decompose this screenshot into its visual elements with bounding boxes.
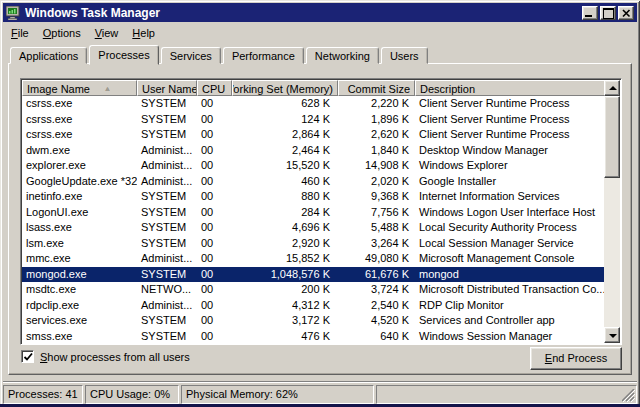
cell-image-name: msdtc.exe bbox=[22, 282, 137, 298]
cell-image-name: lsm.exe bbox=[22, 236, 137, 252]
cell-user-name: SYSTEM bbox=[137, 267, 197, 283]
cell-working-set: 200 K bbox=[232, 282, 338, 298]
table-row[interactable]: msdtc.exeNETWO...00200 K3,724 KMicrosoft… bbox=[22, 282, 606, 298]
table-row[interactable]: mongod.exeSYSTEM001,048,576 K61,676 Kmon… bbox=[22, 267, 606, 283]
table-row[interactable]: lsass.exeSYSTEM004,696 K5,488 KLocal Sec… bbox=[22, 220, 606, 236]
column-header-user-name[interactable]: User Name bbox=[137, 80, 197, 96]
cell-description: Client Server Runtime Process bbox=[415, 96, 606, 112]
maximize-icon[interactable] bbox=[600, 6, 616, 20]
resize-grip-icon[interactable] bbox=[622, 389, 635, 402]
status-bar: Processes: 41 CPU Usage: 0% Physical Mem… bbox=[3, 385, 637, 404]
table-row[interactable]: inetinfo.exeSYSTEM00880 K9,368 KInternet… bbox=[22, 189, 606, 205]
cell-commit-size: 5,488 K bbox=[338, 220, 415, 236]
cell-commit-size: 14,908 K bbox=[338, 158, 415, 174]
scroll-up-icon[interactable] bbox=[604, 80, 620, 96]
menu-file-accel: F bbox=[11, 27, 18, 39]
table-row[interactable]: explorer.exeAdminist...0015,520 K14,908 … bbox=[22, 158, 606, 174]
cell-image-name: csrss.exe bbox=[22, 112, 137, 128]
minimize-icon[interactable] bbox=[582, 6, 598, 20]
cell-cpu: 00 bbox=[197, 236, 232, 252]
cell-image-name: GoogleUpdate.exe *32 bbox=[22, 174, 137, 190]
menu-view[interactable]: View bbox=[88, 25, 126, 41]
show-all-users-label[interactable]: Show processes from all users bbox=[40, 351, 190, 363]
cell-description: Desktop Window Manager bbox=[415, 143, 606, 159]
table-row[interactable]: smss.exeSYSTEM00476 K640 KWindows Sessio… bbox=[22, 329, 606, 345]
cell-cpu: 00 bbox=[197, 220, 232, 236]
table-row[interactable]: services.exeSYSTEM003,172 K4,520 KServic… bbox=[22, 313, 606, 329]
column-header-label: CPU bbox=[202, 83, 225, 95]
table-row[interactable]: GoogleUpdate.exe *32Administ...00460 K2,… bbox=[22, 174, 606, 190]
cell-commit-size: 2,620 K bbox=[338, 127, 415, 143]
tab-applications[interactable]: Applications bbox=[10, 47, 87, 64]
end-process-button[interactable]: End Process bbox=[530, 347, 622, 370]
cell-working-set: 2,464 K bbox=[232, 143, 338, 159]
column-header-cpu[interactable]: CPU bbox=[197, 80, 232, 96]
scroll-down-icon[interactable] bbox=[604, 327, 620, 343]
cell-commit-size: 61,676 K bbox=[338, 267, 415, 283]
cell-image-name: LogonUI.exe bbox=[22, 205, 137, 221]
cell-image-name: explorer.exe bbox=[22, 158, 137, 174]
cell-cpu: 00 bbox=[197, 267, 232, 283]
cell-user-name: Administ... bbox=[137, 251, 197, 267]
cell-cpu: 00 bbox=[197, 282, 232, 298]
column-header-label: Description bbox=[420, 83, 475, 95]
cell-user-name: SYSTEM bbox=[137, 313, 197, 329]
tab-processes[interactable]: Processes bbox=[89, 45, 158, 65]
table-row[interactable]: LogonUI.exeSYSTEM00284 K7,756 KWindows L… bbox=[22, 205, 606, 221]
cell-working-set: 628 K bbox=[232, 96, 338, 112]
menu-options[interactable]: Options bbox=[36, 25, 88, 41]
cell-image-name: smss.exe bbox=[22, 329, 137, 345]
cell-user-name: Administ... bbox=[137, 174, 197, 190]
cell-description: Client Server Runtime Process bbox=[415, 127, 606, 143]
column-header-description[interactable]: Description bbox=[415, 80, 606, 96]
cell-commit-size: 2,020 K bbox=[338, 174, 415, 190]
tab-users[interactable]: Users bbox=[381, 47, 428, 64]
menu-help[interactable]: Help bbox=[125, 25, 162, 41]
cell-cpu: 00 bbox=[197, 298, 232, 314]
cell-commit-size: 1,840 K bbox=[338, 143, 415, 159]
show-all-users-checkbox[interactable] bbox=[21, 350, 34, 363]
cell-commit-size: 3,264 K bbox=[338, 236, 415, 252]
menu-file-label: ile bbox=[18, 27, 29, 39]
cell-user-name: SYSTEM bbox=[137, 220, 197, 236]
task-manager-window: Windows Task Manager File Options View H… bbox=[0, 0, 640, 407]
table-row[interactable]: rdpclip.exeAdminist...004,312 K2,540 KRD… bbox=[22, 298, 606, 314]
cell-image-name: csrss.exe bbox=[22, 127, 137, 143]
vertical-scrollbar[interactable] bbox=[604, 80, 620, 343]
cell-image-name: lsass.exe bbox=[22, 220, 137, 236]
title-bar[interactable]: Windows Task Manager bbox=[3, 3, 637, 22]
cell-commit-size: 49,080 K bbox=[338, 251, 415, 267]
table-header: Image Name ▲ User Name CPU Working Set (… bbox=[22, 80, 606, 96]
cell-user-name: SYSTEM bbox=[137, 112, 197, 128]
cell-cpu: 00 bbox=[197, 189, 232, 205]
scrollbar-thumb[interactable] bbox=[604, 96, 620, 178]
status-cpu-usage: CPU Usage: 0% bbox=[85, 385, 179, 404]
sort-ascending-icon: ▲ bbox=[104, 85, 111, 92]
cell-image-name: rdpclip.exe bbox=[22, 298, 137, 314]
end-process-label: nd Process bbox=[552, 352, 607, 364]
tab-performance[interactable]: Performance bbox=[223, 47, 304, 64]
window-title: Windows Task Manager bbox=[25, 6, 580, 20]
cell-working-set: 476 K bbox=[232, 329, 338, 345]
table-row[interactable]: csrss.exeSYSTEM00124 K1,896 KClient Serv… bbox=[22, 112, 606, 128]
cell-description: mongod bbox=[415, 267, 606, 283]
table-row[interactable]: csrss.exeSYSTEM002,864 K2,620 KClient Se… bbox=[22, 127, 606, 143]
tab-services[interactable]: Services bbox=[161, 47, 221, 64]
cell-image-name: services.exe bbox=[22, 313, 137, 329]
table-row[interactable]: lsm.exeSYSTEM002,920 K3,264 KLocal Sessi… bbox=[22, 236, 606, 252]
column-header-commit-size[interactable]: Commit Size bbox=[338, 80, 415, 96]
cell-cpu: 00 bbox=[197, 96, 232, 112]
column-header-working-set[interactable]: Working Set (Memory) bbox=[232, 80, 338, 96]
table-row[interactable]: dwm.exeAdminist...002,464 K1,840 KDeskto… bbox=[22, 143, 606, 159]
checkbox-label-text: how processes from all users bbox=[47, 351, 189, 363]
checkmark-icon bbox=[23, 352, 34, 363]
table-row[interactable]: mmc.exeAdminist...0015,852 K49,080 KMicr… bbox=[22, 251, 606, 267]
cell-description: Services and Controller app bbox=[415, 313, 606, 329]
cell-user-name: SYSTEM bbox=[137, 96, 197, 112]
column-header-image-name[interactable]: Image Name ▲ bbox=[22, 80, 137, 96]
tab-networking[interactable]: Networking bbox=[306, 47, 379, 64]
table-row[interactable]: csrss.exeSYSTEM00628 K2,220 KClient Serv… bbox=[22, 96, 606, 112]
cell-description: Windows Explorer bbox=[415, 158, 606, 174]
close-icon[interactable] bbox=[618, 6, 634, 20]
menu-file[interactable]: File bbox=[4, 25, 36, 41]
